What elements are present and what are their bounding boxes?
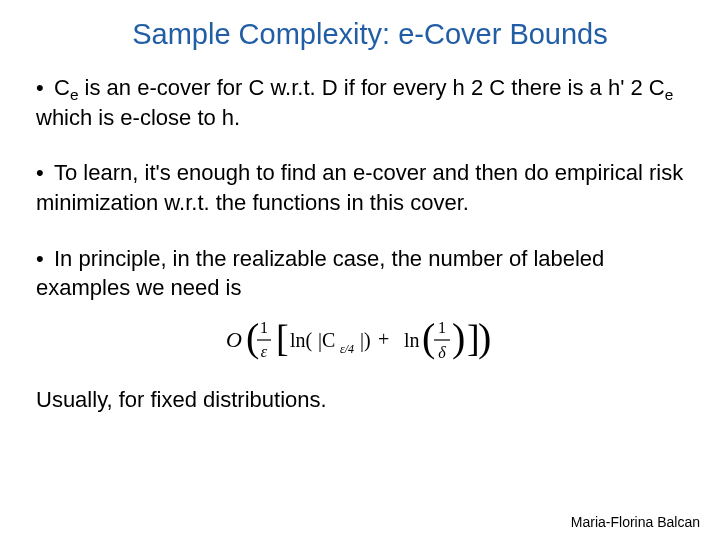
formula: O ( 1 ε [ ln( |C ε/4 |) + ln ( 1 δ ) ] )	[36, 313, 684, 373]
lparen: (	[246, 315, 259, 360]
frac2-top: 1	[438, 319, 446, 336]
frac2-bot: δ	[438, 344, 446, 361]
text: In principle, in the realizable case, th…	[36, 246, 604, 301]
epsilon-symbol: e	[137, 75, 149, 100]
text: -cover for C w.r.t. D if for every h	[149, 75, 471, 100]
bullet-dot: •	[36, 158, 54, 188]
lbracket: [	[276, 317, 289, 359]
frac1-top: 1	[260, 319, 268, 336]
epsilon-symbol: e	[398, 18, 414, 50]
text: -close to h.	[133, 105, 241, 130]
ln2: ln	[404, 329, 420, 351]
footer-author: Maria-Florina Balcan	[571, 514, 700, 530]
title-text-post: -Cover Bounds	[414, 18, 607, 50]
plus: +	[378, 328, 389, 350]
text: C	[54, 75, 70, 100]
element-of-symbol: 2	[630, 75, 642, 100]
sub-eps4: ε/4	[340, 342, 354, 356]
text: is an	[78, 75, 137, 100]
bullet-dot: •	[36, 73, 54, 103]
bullet-3: •In principle, in the realizable case, t…	[36, 244, 684, 303]
closing-line: Usually, for fixed distributions.	[36, 387, 684, 413]
lparen2: (	[422, 315, 435, 360]
frac1-bot: ε	[261, 343, 268, 360]
abs-c: |C	[318, 329, 335, 352]
element-of-symbol: 2	[471, 75, 483, 100]
ln1: ln(	[290, 329, 313, 352]
title-text-pre: Sample Complexity:	[132, 18, 398, 50]
subscript-eps: e	[665, 86, 674, 103]
bullet-dot: •	[36, 244, 54, 274]
big-o: O	[226, 327, 242, 352]
bullet-1: •Ce is an e-cover for C w.r.t. D if for …	[36, 73, 684, 132]
rparen: )	[478, 315, 491, 360]
slide: Sample Complexity: e-Cover Bounds •Ce is…	[0, 0, 720, 540]
epsilon-symbol: e	[353, 160, 365, 185]
text: which is	[36, 105, 120, 130]
slide-title: Sample Complexity: e-Cover Bounds	[36, 18, 684, 51]
epsilon-symbol: e	[120, 105, 132, 130]
text: To learn, it's enough to find an	[54, 160, 353, 185]
bullet-2: •To learn, it's enough to find an e-cove…	[36, 158, 684, 217]
formula-svg: O ( 1 ε [ ln( |C ε/4 |) + ln ( 1 δ ) ] )	[220, 313, 500, 369]
text: C	[643, 75, 665, 100]
rparen2: )	[452, 315, 465, 360]
text: C there is a h'	[483, 75, 630, 100]
abs-close: |)	[360, 329, 371, 352]
